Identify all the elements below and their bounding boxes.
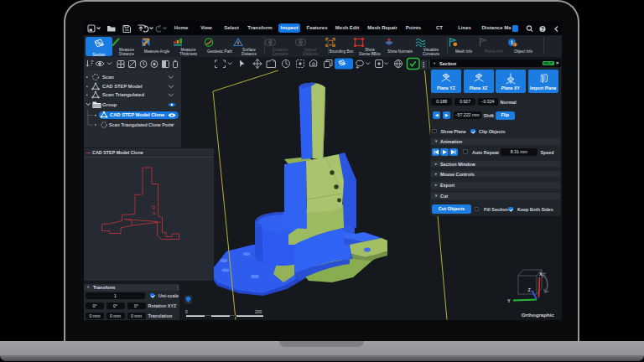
svg-text:0: 0 xyxy=(185,309,188,314)
svg-text:i: i xyxy=(512,39,513,45)
svg-text:X: X xyxy=(539,272,543,277)
svg-text:Y: Y xyxy=(507,298,511,303)
svg-text:?: ? xyxy=(541,25,544,31)
svg-text:Orthographic: Orthographic xyxy=(522,312,555,318)
svg-text:200: 200 xyxy=(255,309,262,314)
svg-text:Z: Z xyxy=(528,287,532,292)
